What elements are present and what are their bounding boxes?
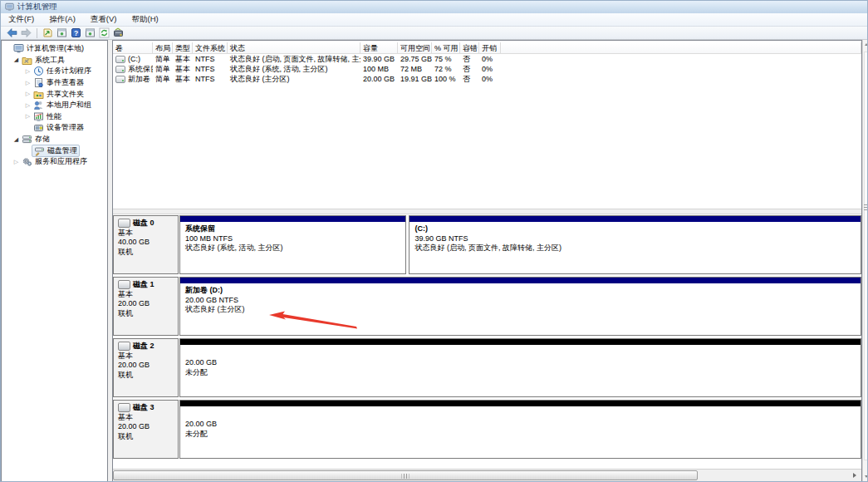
volume-icon [115,66,125,73]
rescan-disks-icon[interactable] [111,27,125,39]
disk-row-3: 磁盘 3 基本 20.00 GB 联机 20.00 GB 未分配 [113,400,861,459]
disk-row-0: 磁盘 0 基本 40.00 GB 联机 系统保留 100 MB NTFS 状态良… [113,215,861,274]
performance-icon [33,111,44,122]
tree-item-disk-management[interactable]: 磁盘管理 [2,145,107,156]
disk-icon [118,280,130,289]
chevron-expanded-icon[interactable] [12,136,20,143]
menu-view[interactable]: 查看(V) [83,13,125,26]
chevron-expanded-icon[interactable] [12,57,20,63]
partition-color-bar [180,216,405,222]
volume-row-c[interactable]: (C:) 简单 基本 NTFS 状态良好 (启动, 页面文件, 故障转储, 主分… [113,54,861,64]
col-pct-free[interactable]: % 可用 [432,42,460,54]
partition-new-volume-d[interactable]: 新加卷 (D:) 20.00 GB NTFS 状态良好 (主分区) [179,277,861,336]
local-users-groups-icon [33,100,44,111]
disk-1-label[interactable]: 磁盘 1 基本 20.00 GB 联机 [113,277,179,336]
storage-icon [22,134,32,145]
tree-item-event-viewer[interactable]: 事件查看器 [2,77,107,89]
tree-item-storage[interactable]: 存储 [2,134,107,145]
tree-item-system-tools[interactable]: 系统工具 [2,55,107,66]
toolbar: ? [1,27,867,40]
window-title: 计算机管理 [17,2,57,12]
chevron-collapsed-icon[interactable] [24,68,32,75]
partition-color-bar [409,216,860,222]
tree-item-computer-management[interactable]: 计算机管理(本地) [2,43,107,55]
scrollbar-grip-icon [402,474,409,479]
computer-icon [13,43,24,54]
partition-c[interactable]: (C:) 39.90 GB NTFS 状态良好 (启动, 页面文件, 故障转储,… [409,215,861,274]
computer-management-window: 计算机管理 文件(F) 操作(A) 查看(V) 帮助(H) ? [0,0,868,482]
back-icon[interactable] [5,27,19,39]
volume-row-system-reserved[interactable]: 系统保留 简单 基本 NTFS 状态良好 (系统, 活动, 主分区) 100 M… [113,64,861,74]
chevron-collapsed-icon[interactable] [24,113,32,120]
col-type[interactable]: 类型 [173,42,193,54]
partition-system-reserved[interactable]: 系统保留 100 MB NTFS 状态良好 (系统, 活动, 主分区) [179,215,406,274]
chevron-collapsed-icon[interactable] [24,102,32,109]
menu-action[interactable]: 操作(A) [42,13,83,26]
window-icon[interactable] [83,27,97,39]
show-console-tree-icon[interactable] [41,27,55,39]
volume-row-new-volume[interactable]: 新加卷 ... 简单 基本 NTFS 状态良好 (主分区) 20.00 GB 1… [113,74,861,84]
shared-folders-icon [33,89,44,100]
col-fault-tolerance[interactable]: 容错 [460,42,479,54]
svg-text:?: ? [74,29,78,37]
disk-icon [118,219,130,228]
event-viewer-icon [33,77,44,88]
refresh-icon[interactable] [97,27,111,39]
vertical-scrollbar-thumb[interactable] [864,52,868,460]
scrollbar-grip-icon [864,204,868,211]
menu-bar: 文件(F) 操作(A) 查看(V) 帮助(H) [1,13,867,27]
disk-management-pane: 卷 布局 类型 文件系统 状态 容量 可用空间 % 可用 容错 开销 (C:) … [112,40,862,482]
tree-item-local-users-groups[interactable]: 本地用户和组 [2,100,107,111]
tree-item-device-manager[interactable]: 设备管理器 [2,122,107,134]
system-tools-icon [22,55,32,66]
disk-row-1: 磁盘 1 基本 20.00 GB 联机 新加卷 (D:) 20.00 GB NT… [113,277,861,336]
forward-icon[interactable] [19,27,33,39]
menu-help[interactable]: 帮助(H) [124,13,165,26]
device-manager-icon [33,122,44,133]
disk-2-label[interactable]: 磁盘 2 基本 20.00 GB 联机 [113,338,179,397]
volume-icon [115,56,125,63]
chevron-collapsed-icon[interactable] [24,91,32,97]
tree-item-shared-folders[interactable]: 共享文件夹 [2,88,107,100]
unallocated-color-bar [180,401,861,406]
disk-icon [118,342,130,351]
partition-unallocated[interactable]: 20.00 GB 未分配 [179,338,861,397]
disk-management-icon [34,145,45,156]
chevron-collapsed-icon[interactable] [24,80,32,86]
tree-item-task-scheduler[interactable]: 任务计划程序 [2,66,107,77]
title-bar[interactable]: 计算机管理 [1,1,867,13]
horizontal-scrollbar[interactable] [113,469,861,481]
computer-management-icon [5,2,14,12]
scroll-up-arrow-icon[interactable] [865,43,868,46]
volume-list-header: 卷 布局 类型 文件系统 状态 容量 可用空间 % 可用 容错 开销 [113,42,861,54]
window-icon[interactable] [55,27,69,39]
col-filesystem[interactable]: 文件系统 [193,42,228,54]
unallocated-color-bar [180,339,861,345]
help-icon[interactable]: ? [69,27,83,39]
toolbar-separator [37,28,37,38]
disk-3-label[interactable]: 磁盘 3 基本 20.00 GB 联机 [113,400,179,459]
disk-row-2: 磁盘 2 基本 20.00 GB 联机 20.00 GB 未分配 [113,338,861,397]
col-capacity[interactable]: 容量 [360,42,398,54]
horizontal-scrollbar-thumb[interactable] [113,470,698,480]
volume-icon [115,76,125,83]
tree-item-performance[interactable]: 性能 [2,111,107,123]
partition-color-bar [180,278,861,283]
scroll-down-arrow-icon[interactable] [865,475,868,478]
tree-item-services-applications[interactable]: 服务和应用程序 [2,156,107,168]
vertical-scrollbar[interactable] [862,40,868,482]
pane-splitter[interactable] [113,209,861,214]
col-layout[interactable]: 布局 [153,42,173,54]
menu-file[interactable]: 文件(F) [1,13,42,26]
col-filler [501,42,861,54]
chevron-collapsed-icon[interactable] [12,159,20,165]
disk-0-label[interactable]: 磁盘 0 基本 40.00 GB 联机 [113,215,179,274]
partition-unallocated[interactable]: 20.00 GB 未分配 [179,400,861,459]
disk-icon [118,403,130,412]
col-free-space[interactable]: 可用空间 [398,42,432,54]
col-status[interactable]: 状态 [228,42,360,54]
scroll-right-arrow-icon[interactable] [853,473,856,478]
col-volume[interactable]: 卷 [113,42,153,54]
console-tree: 计算机管理(本地) 系统工具 任务计划程序 [1,40,108,482]
col-overhead[interactable]: 开销 [479,42,501,54]
